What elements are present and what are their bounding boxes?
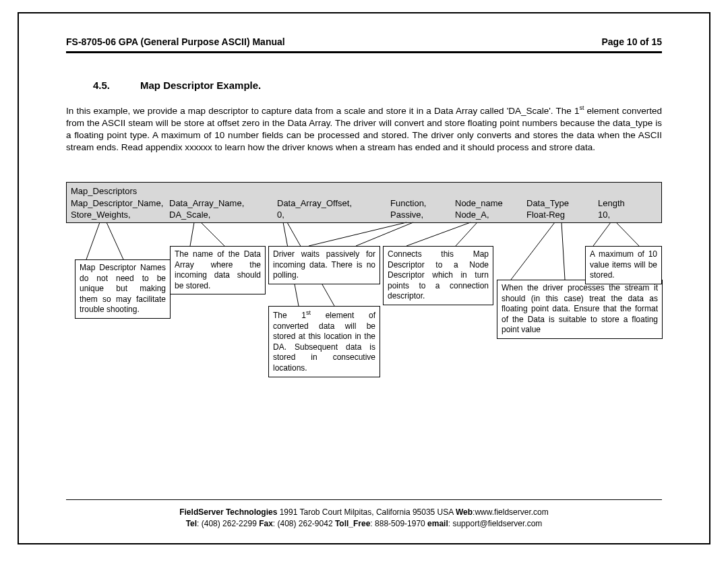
svg-line-12: [593, 222, 611, 246]
col-length: Length: [598, 197, 645, 210]
callout-data-array-offset: The 1st element of converted data will b…: [268, 306, 380, 377]
footer-email: : support@fieldserver.com: [448, 519, 543, 528]
val-map-descriptor-name: Store_Weights,: [71, 209, 169, 221]
col-data-array-name: Data_Array_Name,: [169, 197, 277, 210]
svg-line-2: [190, 222, 194, 246]
callout-node-name: Connects this Map Descriptor to a Node D…: [383, 246, 493, 305]
svg-line-1: [107, 222, 123, 259]
col-node-name: Node_name: [455, 197, 526, 210]
body-paragraph: In this example, we provide a map descri…: [66, 104, 662, 154]
svg-line-6: [309, 222, 406, 246]
svg-line-13: [616, 222, 639, 246]
footer-fax-label: Fax: [259, 519, 273, 528]
val-length: 10,: [598, 209, 645, 221]
footer-line-2: Tel: (408) 262-2299 Fax: (408) 262-9042 …: [66, 518, 662, 530]
callout-length: A maximum of 10 value items will be stor…: [585, 246, 662, 284]
val-data-type: Float-Reg: [526, 209, 598, 221]
table-heading: Map_Descriptors: [71, 185, 657, 197]
callout-data-array-name: The name of the Data Array where the inc…: [170, 246, 266, 294]
table-header-row: Map_Descriptor_Name, Data_Array_Name, Da…: [71, 197, 657, 210]
page-frame: FS-8705-06 GPA (General Purpose ASCII) M…: [18, 12, 710, 544]
c4sup: st: [306, 309, 311, 316]
footer-email-label: email: [427, 519, 448, 528]
footer-tollfree: : 888-509-1970: [370, 519, 427, 528]
footer-tollfree-label: Toll_Free: [335, 519, 370, 528]
svg-line-7: [356, 222, 413, 246]
footer-fax: : (408) 262-9042: [273, 519, 335, 528]
col-data-type: Data_Type: [526, 197, 598, 210]
callout-map-descriptor-name: Map Descriptor Names do not need to be u…: [75, 259, 171, 319]
val-data-array-name: DA_Scale,: [169, 209, 277, 221]
page-header: FS-8705-06 GPA (General Purpose ASCII) M…: [66, 36, 662, 47]
page-footer: FieldServer Technologies 1991 Tarob Cour…: [66, 507, 662, 530]
col-function: Function,: [390, 197, 455, 210]
svg-line-8: [406, 222, 471, 246]
c4a: The 1: [273, 311, 306, 320]
footer-tel-label: Tel: [186, 519, 197, 528]
val-function: Passive,: [390, 209, 455, 221]
svg-line-3: [201, 222, 224, 246]
val-data-array-offset: 0,: [277, 209, 390, 221]
svg-line-11: [562, 222, 565, 280]
footer-web-label: Web: [456, 507, 473, 517]
header-right: Page 10 of 15: [602, 36, 663, 47]
header-rule: [66, 51, 662, 53]
svg-line-10: [511, 222, 555, 280]
footer-rule: [66, 499, 662, 500]
callout-data-type: When the driver processes the stream it …: [497, 280, 663, 339]
col-data-array-offset: Data_Array_Offset,: [277, 197, 390, 210]
section-number: 4.5.: [93, 80, 110, 91]
val-node-name: Node_A,: [455, 209, 526, 221]
callout-function: Driver waits passively for incoming data…: [268, 246, 380, 284]
body-p1a: In this example, we provide a map descri…: [66, 106, 579, 116]
table-row: Store_Weights, DA_Scale, 0, Passive, Nod…: [71, 209, 657, 221]
map-descriptors-table: Map_Descriptors Map_Descriptor_Name, Dat…: [66, 182, 662, 223]
header-left: FS-8705-06 GPA (General Purpose ASCII) M…: [66, 36, 285, 47]
footer-line-1: FieldServer Technologies 1991 Tarob Cour…: [66, 507, 662, 518]
footer-tel: : (408) 262-2299: [197, 519, 259, 528]
col-map-descriptor-name: Map_Descriptor_Name,: [71, 197, 169, 210]
footer-web: :www.fieldserver.com: [473, 507, 549, 517]
section-title: Map Descriptor Example.: [140, 80, 261, 91]
svg-line-0: [86, 222, 100, 259]
footer-addr: 1991 Tarob Court Milpitas, California 95…: [277, 507, 456, 517]
svg-line-9: [456, 222, 477, 246]
footer-company: FieldServer Technologies: [179, 507, 277, 517]
